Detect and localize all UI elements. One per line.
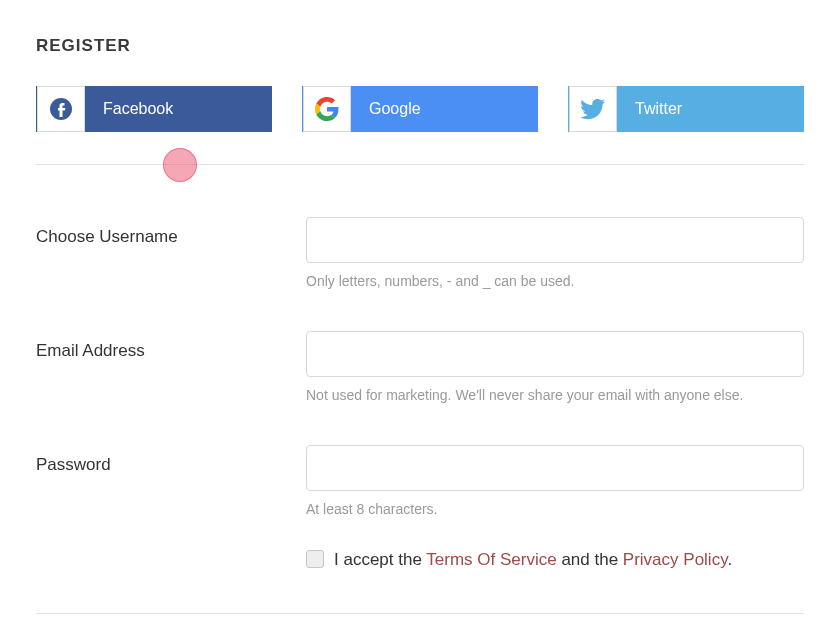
twitter-icon bbox=[569, 86, 617, 132]
password-input[interactable] bbox=[306, 445, 804, 491]
consent-mid: and the bbox=[557, 550, 623, 569]
page-title: Register bbox=[36, 36, 804, 56]
password-label: Password bbox=[36, 455, 111, 474]
divider bbox=[36, 164, 804, 165]
google-icon bbox=[303, 86, 351, 132]
facebook-login-button[interactable]: Facebook bbox=[36, 86, 272, 132]
consent-pre: I accept the bbox=[334, 550, 426, 569]
facebook-icon bbox=[37, 86, 85, 132]
username-row: Choose Username Only letters, numbers, -… bbox=[36, 217, 804, 289]
consent-checkbox[interactable] bbox=[306, 550, 324, 568]
consent-text: I accept the Terms Of Service and the Pr… bbox=[334, 547, 732, 573]
google-login-button[interactable]: Google bbox=[302, 86, 538, 132]
username-input[interactable] bbox=[306, 217, 804, 263]
privacy-policy-link[interactable]: Privacy Policy bbox=[623, 550, 728, 569]
google-label: Google bbox=[351, 100, 421, 118]
twitter-label: Twitter bbox=[617, 100, 682, 118]
terms-of-service-link[interactable]: Terms Of Service bbox=[426, 550, 556, 569]
email-hint: Not used for marketing. We'll never shar… bbox=[306, 387, 804, 403]
email-label: Email Address bbox=[36, 341, 145, 360]
username-label: Choose Username bbox=[36, 227, 178, 246]
password-row: Password At least 8 characters. bbox=[36, 445, 804, 517]
password-hint: At least 8 characters. bbox=[306, 501, 804, 517]
divider-bottom bbox=[36, 613, 804, 614]
cursor-indicator bbox=[163, 148, 197, 182]
twitter-login-button[interactable]: Twitter bbox=[568, 86, 804, 132]
username-hint: Only letters, numbers, - and _ can be us… bbox=[306, 273, 804, 289]
consent-post: . bbox=[727, 550, 732, 569]
social-login-row: Facebook Google Twitter bbox=[36, 86, 804, 132]
register-page: Register Facebook Google bbox=[0, 0, 840, 638]
email-row: Email Address Not used for marketing. We… bbox=[36, 331, 804, 403]
email-input[interactable] bbox=[306, 331, 804, 377]
consent-row: I accept the Terms Of Service and the Pr… bbox=[36, 547, 804, 573]
facebook-label: Facebook bbox=[85, 100, 173, 118]
